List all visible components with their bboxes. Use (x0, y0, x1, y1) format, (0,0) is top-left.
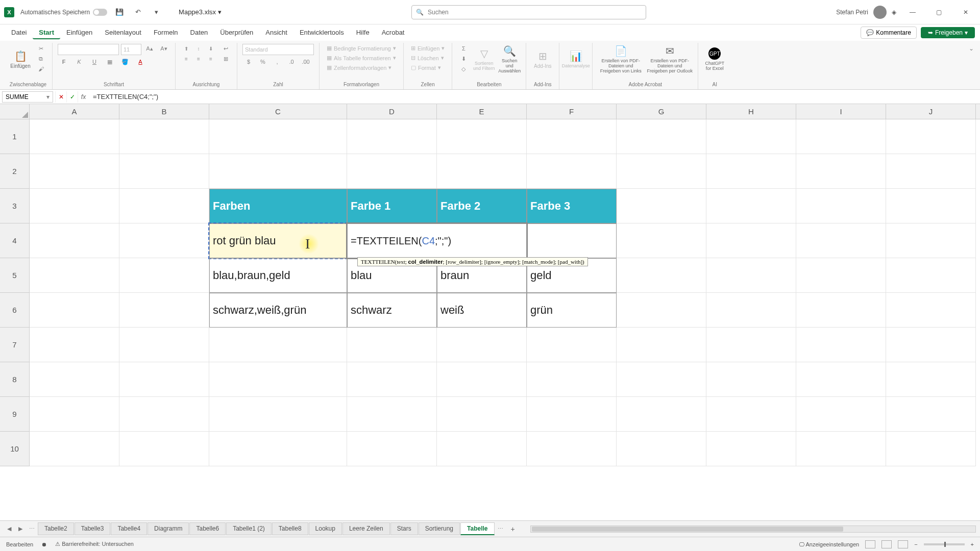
maximize-button[interactable]: ▢ (929, 4, 949, 20)
cell-G2[interactable] (617, 154, 706, 189)
align-top-icon[interactable]: ⬆ (181, 44, 192, 53)
cell-B5[interactable] (119, 258, 209, 293)
horizontal-scrollbar[interactable] (530, 525, 976, 533)
tab-nav-left-icon[interactable]: ◀ (4, 524, 14, 534)
cell-G3[interactable] (617, 189, 706, 223)
col-header-B[interactable]: B (119, 104, 209, 119)
col-header-E[interactable]: E (437, 104, 527, 119)
border-icon[interactable]: ▦ (104, 57, 116, 66)
cell-I9[interactable] (796, 397, 886, 432)
cell-J5[interactable] (886, 258, 976, 293)
cell-A7[interactable] (30, 328, 119, 362)
cell-C10[interactable] (209, 432, 347, 466)
sort-filter-button[interactable]: ▽Sortieren und Filtern (473, 44, 495, 74)
sheet-tab-tabelle2[interactable]: Tabelle2 (38, 522, 74, 535)
cell-B4[interactable] (119, 223, 209, 258)
cell-I7[interactable] (796, 328, 886, 362)
cell-A10[interactable] (30, 432, 119, 466)
cell-G7[interactable] (617, 328, 706, 362)
minimize-button[interactable]: — (902, 4, 923, 20)
save-icon[interactable]: 💾 (113, 6, 126, 18)
menu-entwicklertools[interactable]: Entwicklertools (293, 27, 350, 39)
fill-icon[interactable]: ⬇ (457, 54, 470, 63)
cell-G4[interactable] (617, 223, 706, 258)
menu-start[interactable]: Start (33, 27, 60, 39)
cell-E1[interactable] (437, 119, 527, 154)
cell-F10[interactable] (527, 432, 617, 466)
cell-D10[interactable] (347, 432, 437, 466)
cell-H3[interactable] (706, 189, 796, 223)
cell-A6[interactable] (30, 293, 119, 328)
cell-A3[interactable] (30, 189, 119, 223)
cell-D2[interactable] (347, 154, 437, 189)
add-sheet-button[interactable]: + (507, 523, 519, 535)
col-header-G[interactable]: G (617, 104, 706, 119)
table-header-1[interactable]: Farbe 1 (347, 189, 437, 223)
filename[interactable]: Mappe3.xlsx ▾ (179, 8, 222, 16)
cell-G6[interactable] (617, 293, 706, 328)
cell-H7[interactable] (706, 328, 796, 362)
align-bottom-icon[interactable]: ⬇ (205, 44, 216, 53)
cell-C1[interactable] (209, 119, 347, 154)
font-color-icon[interactable]: A (134, 57, 146, 66)
menu-seitenlayout[interactable]: Seitenlayout (99, 27, 148, 39)
search-box[interactable]: 🔍 Suchen (411, 5, 646, 19)
formula-input[interactable]: =TEXTTEILEN(C4;";") (89, 93, 980, 101)
display-settings-button[interactable]: 🖵 Anzeigeeinstellungen (799, 541, 859, 547)
fill-color-icon[interactable]: 🪣 (119, 57, 131, 66)
cell-I3[interactable] (796, 189, 886, 223)
cancel-formula-icon[interactable]: ✕ (55, 91, 66, 103)
enter-formula-icon[interactable]: ✓ (66, 91, 78, 103)
cell-G1[interactable] (617, 119, 706, 154)
autosum-icon[interactable]: Σ (457, 44, 470, 53)
cell-J10[interactable] (886, 432, 976, 466)
align-left-icon[interactable]: ≡ (181, 54, 192, 63)
find-select-button[interactable]: 🔍Suchen und Auswählen (498, 44, 521, 74)
cell-G9[interactable] (617, 397, 706, 432)
chatgpt-button[interactable]: GPTChatGPT for Excel (703, 44, 726, 74)
cell-J3[interactable] (886, 189, 976, 223)
cell-H5[interactable] (706, 258, 796, 293)
cell-E9[interactable] (437, 397, 527, 432)
col-header-F[interactable]: F (527, 104, 617, 119)
cell-C5[interactable]: blau,braun,geld (209, 258, 347, 293)
cell-E8[interactable] (437, 362, 527, 397)
menu-überprüfen[interactable]: Überprüfen (214, 27, 259, 39)
cell-B3[interactable] (119, 189, 209, 223)
cell-F8[interactable] (527, 362, 617, 397)
format-as-table-button[interactable]: ▦ Als Tabelle formatieren ▾ (325, 54, 398, 62)
menu-daten[interactable]: Daten (184, 27, 214, 39)
menu-hilfe[interactable]: Hilfe (350, 27, 376, 39)
delete-cells-button[interactable]: ⊟ Löschen ▾ (409, 54, 446, 62)
normal-view-icon[interactable] (865, 540, 875, 548)
italic-icon[interactable]: K (73, 57, 85, 66)
sheet-tab-diagramm[interactable]: Diagramm (148, 522, 189, 535)
table-header-0[interactable]: Farben (209, 189, 347, 223)
sheet-tab-tabelle[interactable]: Tabelle (460, 522, 494, 535)
cell-A1[interactable] (30, 119, 119, 154)
col-header-I[interactable]: I (796, 104, 886, 119)
align-middle-icon[interactable]: ↕ (193, 44, 204, 53)
cell-I6[interactable] (796, 293, 886, 328)
table-header-2[interactable]: Farbe 2 (437, 189, 527, 223)
cell-G10[interactable] (617, 432, 706, 466)
cell-A5[interactable] (30, 258, 119, 293)
cell-C6[interactable]: schwarz,weiß,grün (209, 293, 347, 328)
cell-H1[interactable] (706, 119, 796, 154)
copy-icon[interactable]: ⧉ (35, 54, 47, 63)
name-box[interactable]: SUMME▾ (2, 91, 53, 103)
cell-J2[interactable] (886, 154, 976, 189)
col-header-A[interactable]: A (30, 104, 119, 119)
sheet-tab-leere-zeilen[interactable]: Leere Zeilen (342, 522, 390, 535)
cell-I4[interactable] (796, 223, 886, 258)
cell-J8[interactable] (886, 362, 976, 397)
zoom-in-icon[interactable]: + (971, 541, 974, 547)
cell-C2[interactable] (209, 154, 347, 189)
page-layout-view-icon[interactable] (881, 540, 892, 548)
cell-F9[interactable] (527, 397, 617, 432)
cell-B2[interactable] (119, 154, 209, 189)
pdf-outlook-button[interactable]: ✉Erstellen von PDF-Dateien und Freigeben… (647, 44, 693, 74)
close-button[interactable]: ✕ (955, 4, 976, 20)
cell-H2[interactable] (706, 154, 796, 189)
col-header-H[interactable]: H (706, 104, 796, 119)
